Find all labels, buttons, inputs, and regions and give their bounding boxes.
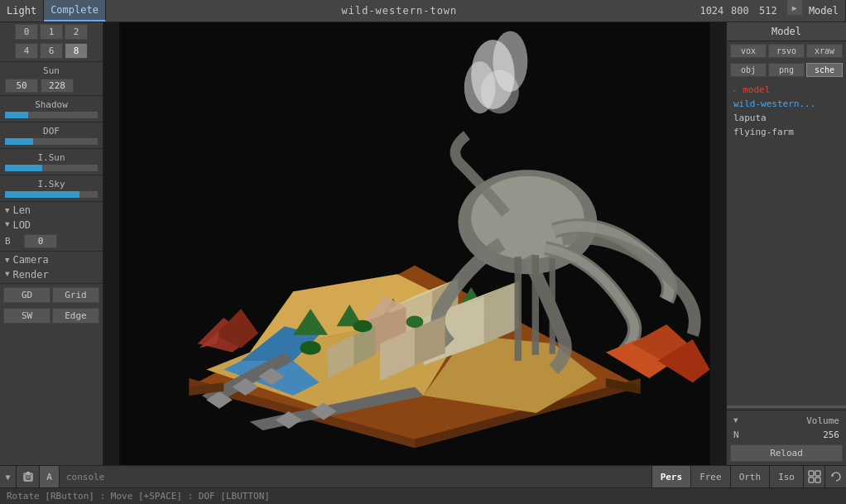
isun-label: I.Sun <box>0 150 103 164</box>
volume-n-row: N 256 <box>730 428 843 442</box>
light-label: Light <box>7 5 36 17</box>
lod-row[interactable]: ▲ LOD <box>0 218 103 233</box>
num-btn-4[interactable]: 4 <box>15 43 38 59</box>
file-tree: - model wild-western... laputa flying-fa… <box>727 79 846 404</box>
render-arrow: ▲ <box>5 271 9 279</box>
volume-label: Volume <box>806 415 839 426</box>
num-btn-1[interactable]: 1 <box>40 24 63 40</box>
dof-fill <box>5 138 33 145</box>
shadow-slider-container <box>0 111 103 121</box>
camera-row[interactable]: ▼ Camera <box>0 252 103 267</box>
lod-arrow: ▲ <box>5 221 9 229</box>
file-btn-rsvo[interactable]: rsvo <box>768 44 805 58</box>
num-btn-6[interactable]: 6 <box>40 43 63 59</box>
sun-val2-input[interactable] <box>41 79 74 93</box>
render-row[interactable]: ▲ Render <box>0 267 103 282</box>
camera-label: Camera <box>12 254 48 266</box>
scene-name-area: wild-western-town <box>106 0 693 22</box>
svg-point-55 <box>26 475 30 479</box>
len-arrow: ▼ <box>5 206 9 214</box>
viewport[interactable] <box>103 22 726 465</box>
sw-edge-row: SW Edge <box>0 305 103 326</box>
reload-button[interactable]: Reload <box>730 444 843 462</box>
len-label: Len <box>12 204 31 216</box>
a-button[interactable]: A <box>40 466 60 487</box>
sw-btn[interactable]: SW <box>3 308 50 324</box>
svg-rect-54 <box>26 472 30 474</box>
camera-arrow: ▼ <box>5 256 9 264</box>
shadow-track[interactable] <box>5 112 98 118</box>
svg-point-33 <box>481 70 519 113</box>
camera-icon-btn[interactable] <box>17 466 40 487</box>
sun-inputs <box>0 77 103 94</box>
view-iso-btn[interactable]: Iso <box>769 466 803 487</box>
gd-grid-row: GD Grid <box>0 285 103 305</box>
main-area: 0 1 2 4 6 8 Sun Shadow DOF <box>0 22 846 465</box>
file-btn-xraw[interactable]: xraw <box>806 44 843 58</box>
resolution-area: 1024 800 512 <box>693 0 787 22</box>
len-row[interactable]: ▼ Len <box>0 203 103 218</box>
num-btn-8[interactable]: 8 <box>65 43 88 59</box>
volume-header-row: ▲ Volume <box>730 414 843 428</box>
edge-btn[interactable]: Edge <box>52 308 99 324</box>
res-height: 800 <box>728 5 752 17</box>
isun-slider-container <box>0 164 103 174</box>
right-panel: Model vox rsvo xraw obj png sche - model… <box>726 22 846 465</box>
tree-group-model[interactable]: - model <box>727 83 846 97</box>
render-label: Render <box>12 269 48 281</box>
sun-val1-input[interactable] <box>5 79 38 93</box>
nav-arrow-right[interactable]: ▶ <box>787 0 802 15</box>
num-btn-2[interactable]: 2 <box>65 24 88 40</box>
svg-rect-35 <box>532 255 539 355</box>
file-btn-obj[interactable]: obj <box>730 63 767 77</box>
file-btn-png[interactable]: png <box>768 63 805 77</box>
model-tab[interactable]: Model <box>802 0 846 22</box>
svg-rect-57 <box>815 471 820 476</box>
isun-track[interactable] <box>5 165 98 171</box>
num-btn-0[interactable]: 0 <box>15 24 38 40</box>
svg-rect-59 <box>815 478 820 482</box>
right-panel-title: Model <box>771 26 801 37</box>
dof-track[interactable] <box>5 138 98 145</box>
right-panel-bottom: ▲ Volume N 256 Reload <box>727 410 846 465</box>
num-row-2: 4 6 8 <box>0 41 103 60</box>
b-row: B <box>0 233 103 250</box>
svg-point-49 <box>300 341 321 355</box>
gd-btn[interactable]: GD <box>3 287 50 303</box>
view-orth-btn[interactable]: Orth <box>730 466 770 487</box>
file-type-row-1: vox rsvo xraw <box>727 41 846 60</box>
left-panel: 0 1 2 4 6 8 Sun Shadow DOF <box>0 22 103 465</box>
isky-track[interactable] <box>5 191 98 198</box>
tree-item-1[interactable]: laputa <box>727 111 846 125</box>
file-btn-vox[interactable]: vox <box>730 44 767 58</box>
isun-fill <box>5 165 42 171</box>
shadow-label: Shadow <box>0 97 103 111</box>
top-bar: Light Complete wild-western-town 1024 80… <box>0 0 846 22</box>
isky-label: I.Sky <box>0 176 103 190</box>
svg-rect-36 <box>550 258 555 353</box>
res-extra: 512 <box>756 5 781 17</box>
tree-item-2[interactable]: flying-farm <box>727 125 846 139</box>
b-val-input[interactable] <box>24 234 57 248</box>
layout-icon-btn[interactable] <box>803 466 824 487</box>
svg-point-51 <box>353 320 373 333</box>
grid-btn[interactable]: Grid <box>52 287 99 303</box>
tree-item-2-name: flying-farm <box>733 127 794 137</box>
tree-item-0[interactable]: wild-western... <box>727 97 846 111</box>
file-btn-sche[interactable]: sche <box>806 63 843 77</box>
status-line: Rotate [RButton] : Move [+SPACE] : DOF [… <box>0 487 846 504</box>
bottom-arrow-btn[interactable]: ▼ <box>0 466 17 487</box>
view-mode-buttons: Pers Free Orth Iso <box>651 466 803 487</box>
light-tab[interactable]: Light <box>0 0 44 22</box>
console-label: console <box>66 472 104 482</box>
complete-tab[interactable]: Complete <box>44 0 106 22</box>
shadow-fill <box>5 112 28 118</box>
tree-group-label: - model <box>732 84 770 95</box>
view-pers-btn[interactable]: Pers <box>651 466 691 487</box>
console-area: console <box>60 472 651 482</box>
complete-label: Complete <box>50 4 99 16</box>
svg-rect-58 <box>809 478 814 482</box>
refresh-icon-btn[interactable] <box>824 466 846 487</box>
svg-rect-56 <box>809 471 814 476</box>
view-free-btn[interactable]: Free <box>690 466 730 487</box>
